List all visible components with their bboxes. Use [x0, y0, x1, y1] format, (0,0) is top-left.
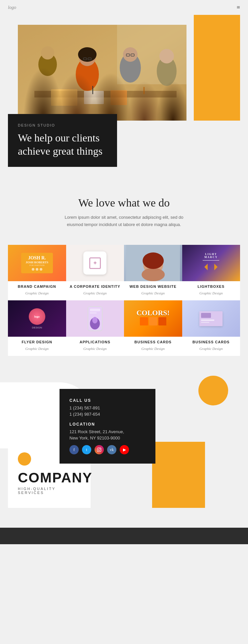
address-line-1: 121 Rock Street, 21 Avenue, — [69, 429, 145, 434]
svg-rect-18 — [84, 91, 104, 104]
business-card-mockup — [199, 311, 223, 326]
svg-rect-33 — [140, 317, 148, 325]
portfolio-thumb-web: Contact Us — [124, 245, 182, 281]
phone-screen — [88, 307, 102, 330]
corporate-card: ✦ — [83, 251, 106, 275]
portfolio-thumb-corporate: ✦ — [66, 245, 124, 281]
svg-point-15 — [157, 56, 177, 86]
lightbox-divider — [203, 260, 219, 261]
instagram-icon[interactable] — [95, 445, 104, 454]
hamburger-menu-icon[interactable]: ≡ — [237, 4, 240, 11]
flyer-circle: logo — [29, 308, 45, 325]
svg-rect-3 — [34, 91, 177, 97]
portfolio-title-flyer: FLYER DESIGN — [11, 340, 63, 344]
dot2 — [36, 268, 38, 271]
love-body: Lorem ipsum dolor sit amet, consectetur … — [58, 214, 190, 228]
portfolio-thumb-flyer: logo DESIGN — [8, 300, 66, 337]
flyer-logo-text: logo — [34, 315, 40, 318]
portfolio-info-web: WEB DESIGN WEBSITE Graphic Design — [124, 281, 182, 300]
phone-screen-svg — [88, 307, 102, 330]
brand-fullname: JOSH ROBERTS — [26, 261, 48, 264]
twitter-icon[interactable]: t — [82, 445, 91, 454]
svg-point-24 — [142, 268, 165, 281]
svg-rect-9 — [83, 58, 87, 60]
brand-name: JOSH R. — [26, 255, 48, 261]
company-orange-dot — [18, 452, 31, 466]
portfolio-thumb-business2 — [182, 300, 240, 337]
instagram-svg — [97, 447, 102, 452]
portfolio-title-corporate: A CORPORATE IDENTITY — [69, 284, 121, 288]
portfolio-title-brand: BRAND CAMPAIGN — [11, 284, 63, 288]
svg-point-11 — [120, 53, 141, 83]
business-card-inner — [199, 311, 223, 326]
contact-black-box: CALL US 1 (234) 567-891 1 (234) 987-654 … — [60, 389, 155, 464]
svg-rect-21 — [144, 87, 145, 94]
company-tagline: HIGH-QUALITY SERVICES — [18, 487, 81, 495]
svg-rect-31 — [90, 309, 100, 311]
brand-social-dots — [26, 268, 48, 271]
svg-rect-14 — [131, 54, 134, 56]
svg-rect-39 — [201, 322, 209, 323]
svg-point-16 — [159, 49, 174, 63]
portfolio-item-lightboxes[interactable]: LIGHT MARCY LIGHTBOXES Graphic Design — [182, 245, 240, 300]
portfolio-category-brand: Graphic Design — [25, 291, 49, 295]
svg-rect-40 — [97, 448, 101, 452]
portfolio-category-flyer: Graphic Design — [25, 347, 49, 351]
portfolio-item-web[interactable]: Contact Us WEB DESIGN WEBSITE Graphic De… — [124, 245, 182, 300]
portfolio-category-business2: Graphic Design — [199, 347, 223, 351]
portfolio-item-business1[interactable]: COLORS! BUSINESS CARDS Graphic Design — [124, 300, 182, 356]
web-gradient — [124, 245, 182, 281]
portfolio-category-corporate: Graphic Design — [83, 291, 107, 295]
contact-orange-rect — [152, 442, 205, 508]
contact-orange-circle — [198, 376, 228, 405]
svg-point-4 — [38, 53, 57, 76]
hero-orange-accent — [194, 15, 240, 121]
address-line-2: New York, NY 92103-9000 — [69, 436, 145, 440]
facebook-icon[interactable]: f — [69, 445, 79, 454]
svg-rect-20 — [92, 86, 93, 94]
hero-photo-svg — [18, 25, 186, 121]
web-svg — [124, 245, 182, 281]
svg-point-7 — [79, 50, 96, 66]
svg-rect-38 — [201, 320, 214, 321]
svg-rect-35 — [158, 317, 166, 325]
call-us-label: CALL US — [69, 398, 145, 403]
vk-icon[interactable]: vk — [107, 445, 116, 454]
portfolio-thumb-apps — [66, 300, 124, 337]
portfolio-info-corporate: A CORPORATE IDENTITY Graphic Design — [66, 281, 124, 300]
lightbox-content: LIGHT MARCY — [203, 253, 219, 273]
portfolio-info-apps: APPLICATIONS Graphic Design — [66, 337, 124, 356]
flyer-small-text: DESIGN — [29, 326, 45, 329]
hero-title: We help our clients achieve great things — [18, 131, 107, 158]
svg-rect-2 — [117, 25, 186, 84]
phone-mockup — [88, 306, 103, 331]
portfolio-title-web: WEB DESIGN WEBSITE — [127, 284, 179, 288]
svg-point-42 — [100, 448, 101, 449]
portfolio-item-flyer[interactable]: logo DESIGN FLYER DESIGN Graphic Design — [8, 300, 66, 356]
portfolio-info-lightboxes: LIGHTBOXES Graphic Design — [182, 281, 240, 300]
portfolio-title-lightboxes: LIGHTBOXES — [186, 284, 237, 288]
footer — [0, 528, 248, 544]
youtube-icon[interactable]: ▶ — [120, 445, 129, 454]
portfolio-item-brand-campaign[interactable]: JOSH R. JOSH ROBERTS FOR PARTNER BRAND C… — [8, 245, 66, 300]
svg-rect-17 — [51, 89, 77, 106]
portfolio-info-flyer: FLYER DESIGN Graphic Design — [8, 337, 66, 356]
hero-text-box: DESIGN STUDIO We help our clients achiev… — [8, 114, 117, 167]
corporate-icon: ✦ — [89, 257, 101, 269]
portfolio-info-business2: BUSINESS CARDS Graphic Design — [182, 337, 240, 356]
biz-card-svg — [199, 311, 223, 326]
svg-point-25 — [143, 252, 164, 269]
portfolio-thumb-lightbox: LIGHT MARCY — [182, 245, 240, 281]
love-heading: We love what we do — [8, 197, 240, 209]
portfolio-grid: JOSH R. JOSH ROBERTS FOR PARTNER BRAND C… — [8, 245, 240, 356]
lightbox-arrows — [203, 262, 219, 272]
portfolio-item-apps[interactable]: APPLICATIONS Graphic Design — [66, 300, 124, 356]
svg-rect-13 — [126, 54, 130, 56]
portfolio-category-apps: Graphic Design — [83, 347, 107, 351]
portfolio-item-business2[interactable]: BUSINESS CARDS Graphic Design — [182, 300, 240, 356]
portfolio-item-corporate[interactable]: ✦ A CORPORATE IDENTITY Graphic Design — [66, 245, 124, 300]
portfolio-info-business1: BUSINESS CARDS Graphic Design — [124, 337, 182, 356]
phone-2: 1 (234) 987-654 — [69, 412, 145, 417]
lightbox-text-top: LIGHT — [203, 253, 219, 256]
svg-point-5 — [41, 46, 54, 59]
